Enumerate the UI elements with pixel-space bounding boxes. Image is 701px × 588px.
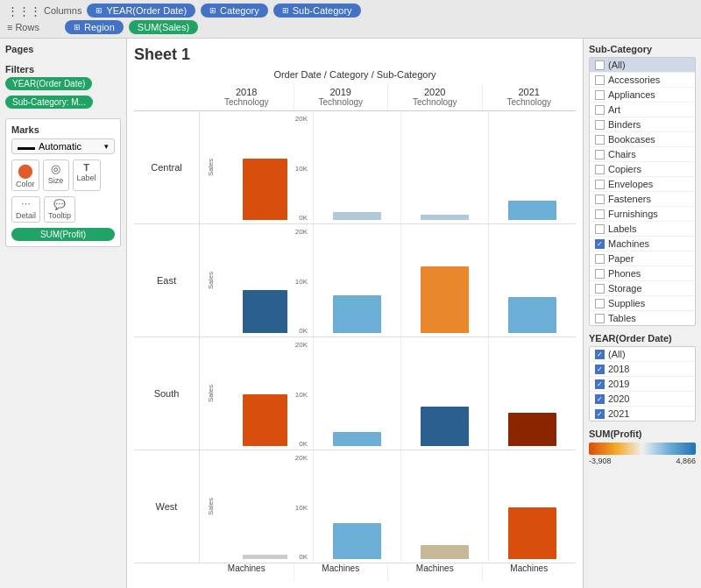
checkbox-tables[interactable] [595, 314, 605, 323]
filters-section: Filters YEAR(Order Date) Sub-Category: M… [5, 64, 121, 111]
checkbox-year-all[interactable]: ✓ [595, 350, 605, 359]
color-button[interactable]: ⬤ Color [11, 159, 39, 191]
filter-item-copiers[interactable]: Copiers [590, 162, 695, 177]
bar-south-2021 [508, 413, 556, 446]
checkbox-year-2018[interactable]: ✓ [595, 365, 605, 374]
chart-area: Sheet 1 Order Date / Category / Sub-Cate… [127, 39, 583, 588]
checkbox-art[interactable] [595, 105, 605, 115]
col-header-2019: 2019 Technology [294, 83, 389, 110]
sum-profit-chip[interactable]: SUM(Profit) [11, 228, 115, 241]
filter-item-supplies[interactable]: Supplies [590, 296, 695, 311]
bar-west-2018 [243, 555, 287, 559]
bar-east-2018 [243, 290, 287, 333]
size-button[interactable]: ◎ Size [43, 159, 69, 191]
profit-min: -3,908 [589, 457, 612, 465]
bar-east-2020 [421, 266, 468, 333]
row-central: 20K 10K 0K Sales [200, 111, 576, 224]
year-item-all[interactable]: ✓ (All) [590, 347, 695, 362]
region-pill[interactable]: ⊞ Region [65, 20, 124, 34]
checkbox-paper[interactable] [595, 254, 605, 264]
pages-section: Pages [5, 44, 121, 57]
year-item-2021[interactable]: ✓ 2021 [590, 407, 695, 421]
checkbox-year-2021[interactable]: ✓ [595, 409, 605, 419]
year-filter-chip[interactable]: YEAR(Order Date) [5, 77, 92, 90]
checkbox-machines[interactable]: ✓ [595, 239, 605, 249]
toolbar: ⋮⋮⋮ Columns ⊞ YEAR(Order Date) ⊞ Categor… [0, 0, 701, 39]
y-axis-sales-south: Sales [207, 385, 215, 402]
subcategory-filter-chip[interactable]: Sub-Category: M... [5, 96, 93, 109]
filter-item-furnishings[interactable]: Furnishings [590, 207, 695, 222]
left-panel: Pages Filters YEAR(Order Date) Sub-Categ… [0, 39, 127, 588]
checkbox-storage[interactable] [595, 284, 605, 294]
rows-row: ≡ Rows ⊞ Region SUM(Sales) [7, 20, 694, 34]
filter-item-labels[interactable]: Labels [590, 222, 695, 237]
profit-legend-section: SUM(Profit) -3,908 4,866 [589, 429, 696, 465]
checkbox-copiers[interactable] [595, 165, 605, 174]
filter-item-accessories[interactable]: Accessories [590, 73, 695, 88]
year-item-2019[interactable]: ✓ 2019 [590, 377, 695, 392]
sub-category-pill[interactable]: ⊞ Sub-Category [273, 4, 361, 18]
filter-item-all[interactable]: (All) [590, 58, 695, 73]
bar-west-2021 [508, 507, 556, 559]
filter-item-tables[interactable]: Tables [590, 311, 695, 325]
x-labels-row: Machines Machines Machines Machines [200, 563, 576, 581]
label-button[interactable]: T Label [73, 159, 101, 191]
filter-item-envelopes[interactable]: Envelopes [590, 177, 695, 192]
sum-sales-pill[interactable]: SUM(Sales) [129, 20, 198, 34]
checkbox-envelopes[interactable] [595, 180, 605, 189]
columns-label: Columns [44, 5, 81, 16]
checkbox-binders[interactable] [595, 120, 605, 130]
x-label-2020: Machines [388, 563, 483, 581]
columns-row: ⋮⋮⋮ Columns ⊞ YEAR(Order Date) ⊞ Categor… [7, 4, 694, 18]
checkbox-chairs[interactable] [595, 150, 605, 159]
checkbox-year-2020[interactable]: ✓ [595, 394, 605, 404]
filter-item-binders[interactable]: Binders [590, 117, 695, 132]
bar-south-2019 [333, 432, 380, 446]
checkbox-fasteners[interactable] [595, 195, 605, 204]
filter-item-bookcases[interactable]: Bookcases [590, 132, 695, 147]
checkbox-all[interactable] [595, 60, 605, 70]
subcategory-filter-title: Sub-Category [589, 44, 696, 54]
marks-type-select[interactable]: ▬▬ Automatic ▾ [11, 138, 115, 154]
marks-title: Marks [11, 124, 115, 135]
checkbox-labels[interactable] [595, 224, 605, 234]
filter-item-phones[interactable]: Phones [590, 266, 695, 281]
category-pill[interactable]: ⊞ Category [201, 4, 268, 18]
profit-gradient [589, 443, 696, 455]
checkbox-year-2019[interactable]: ✓ [595, 379, 605, 389]
filter-item-appliances[interactable]: Appliances [590, 88, 695, 103]
checkbox-phones[interactable] [595, 269, 605, 279]
pages-title: Pages [5, 44, 121, 54]
rows-label: Rows [15, 22, 39, 32]
year-item-2020[interactable]: ✓ 2020 [590, 392, 695, 407]
filter-item-art[interactable]: Art [590, 103, 695, 117]
checkbox-supplies[interactable] [595, 299, 605, 308]
year-order-date-pill[interactable]: ⊞ YEAR(Order Date) [87, 4, 195, 18]
filter-item-fasteners[interactable]: Fasteners [590, 192, 695, 207]
checkbox-accessories[interactable] [595, 75, 605, 85]
detail-button[interactable]: ⋯ Detail [11, 196, 40, 223]
bar-south-2018 [243, 394, 287, 446]
row-west: 20K 10K 0K Sales [200, 450, 576, 563]
filter-item-storage[interactable]: Storage [590, 281, 695, 296]
year-filter-title: YEAR(Order Date) [589, 333, 696, 344]
subcategory-filter-list: (All) Accessories Appliances Art [589, 57, 696, 326]
year-item-2018[interactable]: ✓ 2018 [590, 362, 695, 377]
checkbox-appliances[interactable] [595, 90, 605, 100]
x-label-2021: Machines [483, 563, 577, 581]
filter-item-machines[interactable]: ✓ Machines [590, 237, 695, 251]
filter-item-chairs[interactable]: Chairs [590, 147, 695, 162]
tooltip-button[interactable]: 💬 Tooltip [44, 196, 75, 223]
filter-item-paper[interactable]: Paper [590, 251, 695, 266]
y-axis-sales-east: Sales [207, 272, 215, 289]
year-filter-list: ✓ (All) ✓ 2018 ✓ 2019 ✓ 2020 [589, 346, 696, 422]
checkbox-bookcases[interactable] [595, 135, 605, 145]
filters-title: Filters [5, 64, 121, 74]
profit-max: 4,866 [676, 457, 696, 465]
bar-central-2018 [243, 159, 287, 220]
subcategory-filter-section: Sub-Category (All) Accessories Appliance… [589, 44, 696, 326]
year-filter-section: YEAR(Order Date) ✓ (All) ✓ 2018 ✓ 2019 [589, 333, 696, 422]
bar-south-2020 [421, 407, 468, 446]
bar-central-2021 [508, 201, 556, 220]
checkbox-furnishings[interactable] [595, 209, 605, 219]
